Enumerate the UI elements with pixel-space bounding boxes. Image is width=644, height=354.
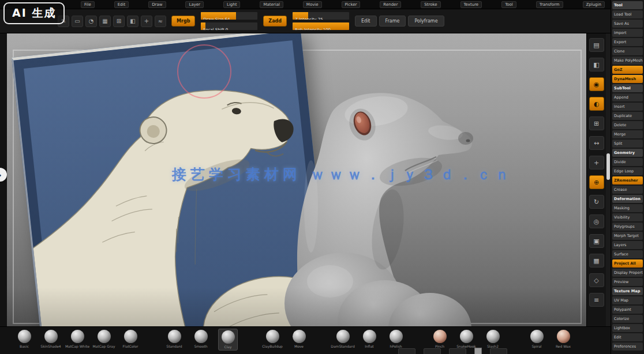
tool-palette-row[interactable]: Merge bbox=[612, 130, 643, 138]
brush-thumbnail[interactable]: Pinch bbox=[430, 329, 449, 349]
brush-thumbnail[interactable]: SnakeHook bbox=[457, 329, 475, 349]
shelf-tool-icon[interactable]: ◎ bbox=[589, 214, 604, 228]
shelf-tool-icon[interactable]: ⊕ bbox=[589, 175, 604, 189]
menu-item[interactable]: Tool bbox=[501, 1, 516, 8]
tool-palette-row[interactable]: Split bbox=[612, 140, 643, 148]
toolbar-tool-icon[interactable]: ⊞ bbox=[113, 16, 125, 27]
tool-palette-row[interactable]: Texture Map bbox=[612, 287, 643, 295]
menu-item[interactable]: Material bbox=[260, 1, 283, 8]
tool-palette-row[interactable]: Export bbox=[612, 38, 643, 46]
toolbar-tool-icon[interactable]: ▦ bbox=[99, 16, 111, 27]
brush-thumbnail[interactable]: ClayBuildup bbox=[263, 329, 282, 349]
shelf-tool-icon[interactable]: ◐ bbox=[589, 97, 604, 111]
brush-thumbnail[interactable]: MatCap White bbox=[68, 329, 87, 349]
shelf-tool-icon[interactable]: ▣ bbox=[589, 234, 604, 248]
menu-item[interactable]: Movie bbox=[303, 1, 322, 8]
brush-thumbnail[interactable]: FlatColor bbox=[121, 329, 140, 349]
shelf-tool-icon[interactable]: ◧ bbox=[589, 58, 604, 71]
tool-palette-row[interactable]: Preferences bbox=[612, 342, 643, 351]
toolbar-slider[interactable]: Draw Size 64 bbox=[200, 12, 258, 20]
tool-palette-row[interactable]: Make PolyMesh3D bbox=[612, 57, 643, 65]
tool-palette-row[interactable]: Display Properties bbox=[612, 269, 643, 277]
tool-palette-row[interactable]: Polygroups bbox=[612, 223, 643, 231]
shelf-tool-icon[interactable]: ◉ bbox=[589, 77, 604, 91]
tool-palette-row[interactable]: Duplicate bbox=[612, 112, 643, 120]
toolbar-slider[interactable]: Z Intensity 25 bbox=[292, 12, 350, 20]
tool-palette-row[interactable]: Colorize bbox=[612, 315, 643, 323]
menu-item[interactable]: File bbox=[81, 1, 95, 8]
shelf-tool-icon[interactable]: ↔ bbox=[589, 136, 604, 150]
toolbar-slider[interactable]: Rgb Intensity 100 bbox=[292, 22, 350, 31]
toolbar-button[interactable]: Frame bbox=[379, 16, 406, 27]
shelf-tool-icon[interactable]: ≡ bbox=[589, 293, 604, 307]
tool-palette-row[interactable]: Layers bbox=[612, 241, 643, 249]
tool-palette-row[interactable]: Edge Loop bbox=[612, 167, 643, 175]
tool-palette-row[interactable]: Project All bbox=[612, 259, 643, 268]
mini-control-box[interactable] bbox=[449, 348, 466, 354]
brush-thumbnail[interactable]: Spiral bbox=[527, 329, 546, 349]
toolbar-tool-icon[interactable]: ≈ bbox=[155, 16, 166, 27]
tool-palette-row[interactable]: SubTool bbox=[612, 84, 643, 92]
toolbar-slider[interactable]: Focal Shift 0 bbox=[200, 22, 258, 31]
zadd-toggle-button[interactable]: Zadd bbox=[263, 16, 287, 27]
tool-palette-row[interactable]: ZRemesher bbox=[612, 176, 643, 184]
shelf-tool-icon[interactable]: ▦ bbox=[589, 254, 604, 268]
tool-palette-row[interactable]: Lightbox bbox=[612, 324, 643, 332]
shelf-tool-icon[interactable]: ▤ bbox=[589, 38, 604, 52]
tool-palette-row[interactable]: Tool bbox=[612, 1, 643, 9]
tool-palette-row[interactable]: Append bbox=[612, 93, 643, 101]
menu-item[interactable]: Render bbox=[380, 1, 401, 8]
brush-thumbnail[interactable]: Standard bbox=[165, 329, 184, 349]
scrollbar-thumb[interactable] bbox=[606, 153, 610, 180]
toolbar-tool-icon[interactable]: + bbox=[141, 16, 152, 27]
tool-palette-row[interactable]: UV Map bbox=[612, 296, 643, 304]
tool-palette-row[interactable]: Clone bbox=[612, 47, 643, 55]
menu-item[interactable]: Edit bbox=[114, 1, 129, 8]
menu-item[interactable]: Picker bbox=[342, 1, 361, 8]
brush-thumbnail[interactable]: Smooth bbox=[192, 329, 210, 349]
tool-palette-row[interactable]: Import bbox=[612, 29, 643, 37]
menu-item[interactable]: Zplugin bbox=[583, 1, 605, 8]
brush-thumbnail[interactable]: Basic bbox=[15, 329, 33, 349]
tool-palette-row[interactable]: Load Tool bbox=[612, 10, 643, 18]
tool-palette-row[interactable]: Polypaint bbox=[612, 306, 643, 314]
shelf-tool-icon[interactable]: + bbox=[589, 156, 604, 170]
menu-item[interactable]: Texture bbox=[460, 1, 482, 8]
brush-thumbnail[interactable]: SkinShade4 bbox=[42, 329, 60, 349]
tool-palette-row[interactable]: Geometry bbox=[612, 149, 643, 157]
tool-palette-row[interactable]: Deformation bbox=[612, 195, 643, 203]
tool-palette-row[interactable]: Divide bbox=[612, 158, 643, 166]
mini-control-box[interactable] bbox=[424, 348, 441, 354]
mini-control-box[interactable] bbox=[398, 348, 415, 354]
menu-item[interactable]: Transform bbox=[536, 1, 563, 8]
shelf-tool-icon[interactable]: ⊞ bbox=[589, 116, 604, 130]
tool-palette-row[interactable]: Crease bbox=[612, 186, 643, 194]
tool-palette-row[interactable]: Edit bbox=[612, 333, 643, 341]
tool-palette-row[interactable]: Masking bbox=[612, 204, 643, 212]
toolbar-tool-icon[interactable]: ▭ bbox=[72, 16, 83, 27]
menu-item[interactable]: Light bbox=[223, 1, 240, 8]
brush-thumbnail[interactable]: MatCap Gray bbox=[95, 329, 113, 349]
viewport-canvas[interactable]: 接艺学习素材网 ｗｗｗ．ｊｙ３ｄ．ｃｎ bbox=[7, 33, 586, 326]
menu-item[interactable]: Layer bbox=[185, 1, 204, 8]
brush-thumbnail[interactable]: hPolish bbox=[387, 329, 405, 349]
menu-item[interactable]: Draw bbox=[148, 1, 166, 8]
brush-thumbnail[interactable]: DamStandard bbox=[334, 329, 352, 349]
mrgb-toggle-button[interactable]: Mrgb bbox=[171, 16, 195, 27]
brush-thumbnail[interactable]: Clay bbox=[218, 329, 238, 351]
viewport-scrollbar[interactable] bbox=[606, 33, 611, 326]
shelf-tool-icon[interactable]: ↻ bbox=[589, 195, 604, 209]
tool-palette-row[interactable]: Save As bbox=[612, 20, 643, 28]
mini-control-box[interactable] bbox=[490, 348, 507, 354]
tool-palette-row[interactable]: Preview bbox=[612, 278, 643, 286]
tool-palette-row[interactable]: Visibility bbox=[612, 213, 643, 221]
shelf-tool-icon[interactable]: ◇ bbox=[589, 273, 604, 287]
brush-thumbnail[interactable]: Slash2 bbox=[484, 329, 502, 349]
menu-item[interactable]: Stroke bbox=[421, 1, 440, 8]
brush-thumbnail[interactable]: Red Wax bbox=[554, 329, 572, 349]
toolbar-tool-icon[interactable]: ◧ bbox=[127, 16, 138, 27]
toolbar-button[interactable]: Edit bbox=[355, 16, 377, 27]
tool-palette-row[interactable]: Surface bbox=[612, 250, 643, 258]
toolbar-tool-icon[interactable]: ◔ bbox=[85, 16, 97, 27]
tool-palette-row[interactable]: GoZ bbox=[612, 66, 643, 74]
